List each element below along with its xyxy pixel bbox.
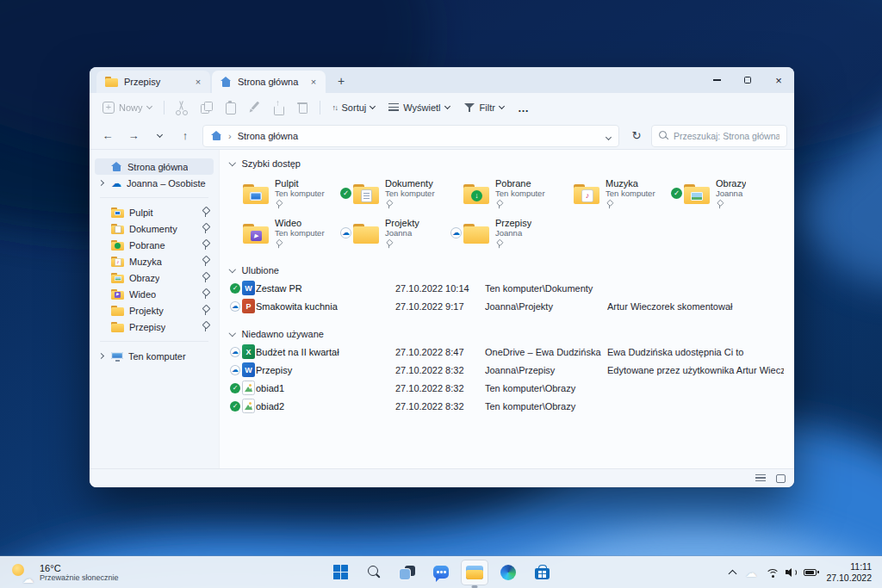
sidebar-item-wideo[interactable]: Wideo [95,286,214,302]
sidebar-item-label: Ten komputer [128,351,186,362]
file-row-budzet[interactable]: ☁ Budżet na II kwartał 27.10.2022 8:47 O… [230,343,784,361]
tile-projekty[interactable]: ☁ Projekty Joanna [340,214,450,253]
chevron-slot [96,351,106,361]
back-button[interactable]: ← [96,125,119,147]
filter-button[interactable]: Filtr [457,96,510,119]
network-volume-battery-button[interactable] [766,567,817,578]
tile-pulpit[interactable]: Pulpit Ten komputer [230,174,340,214]
paste-button[interactable] [219,96,241,119]
clock[interactable]: 11:11 27.10.2022 [826,561,872,583]
breadcrumb[interactable]: Strona główna [238,131,298,141]
up-button[interactable]: ↑ [174,125,196,147]
folder-icon [111,322,124,332]
sidebar-item-muzyka[interactable]: Muzyka [95,253,214,269]
details-view-toggle[interactable] [755,474,766,483]
sidebar-divider [100,341,208,342]
new-button[interactable]: + Nowy [96,96,158,119]
tile-pobrane[interactable]: Pobrane Ten komputer [450,174,561,214]
copy-button[interactable] [195,96,217,119]
file-activity: Edytowane przez użytkownika Artur Wieczo… [607,365,784,375]
search-box[interactable] [651,125,787,147]
thumbnail-view-icon [776,474,786,483]
sidebar-item-dokumenty[interactable]: Dokumenty [95,220,214,237]
folder-documents-icon [353,183,379,205]
chevron-right-icon[interactable] [98,353,104,359]
store-button[interactable] [528,560,556,585]
cloud-status-icon: ☁ [230,301,240,312]
close-button[interactable]: × [763,67,794,93]
tile-name: Przepisy [495,218,531,228]
file-row-smakowita-kuchnia[interactable]: ☁ Smakowita kuchnia 27.10.2022 9:17 Joan… [230,297,784,315]
sidebar-item-label: Projekty [129,306,164,316]
powerpoint-file-icon [242,299,255,313]
address-dropdown-icon[interactable] [606,131,611,141]
taskbar: 16°C Przeważnie słonecznie ☁ 11:11 27 [0,556,882,588]
pin-icon [202,240,209,250]
folder-videos-icon [243,223,269,244]
cut-button[interactable] [171,96,193,119]
sort-button[interactable]: ↑↓ Sortuj [326,96,382,119]
weather-widget[interactable]: 16°C Przeważnie słonecznie [0,556,129,588]
address-bar[interactable]: › Strona główna [202,125,619,147]
sidebar-item-pulpit[interactable]: Pulpit [95,204,214,220]
view-button[interactable]: Wyświetl [382,96,455,119]
more-options-button[interactable]: … [512,96,536,119]
file-explorer-button[interactable] [461,560,488,585]
sidebar-item-projekty[interactable]: Projekty [95,302,214,319]
tile-muzyka[interactable]: Muzyka Ten komputer [561,174,671,214]
folder-downloads-icon [111,240,124,251]
forward-button[interactable]: → [122,125,145,147]
chevron-down-icon [156,131,162,137]
delete-button[interactable] [291,96,314,119]
maximize-button[interactable] [732,67,763,93]
file-date: 27.10.2022 8:32 [395,383,485,393]
share-button[interactable] [267,96,289,119]
file-row-zestaw-pr[interactable]: ✓ Zestaw PR 27.10.2022 10:14 Ten kompute… [230,279,784,297]
search-input[interactable] [674,131,780,141]
section-header-recent[interactable]: Niedawno używane [230,325,784,343]
file-row-przepisy[interactable]: ☁ Przepisy 27.10.2022 8:32 Joanna\Przepi… [230,361,784,379]
edge-button[interactable] [494,560,522,585]
recent-locations-button[interactable] [148,125,171,147]
refresh-button[interactable]: ↻ [625,125,648,147]
tile-name: Pobrane [495,178,545,189]
rename-button[interactable] [243,96,265,119]
large-thumbnails-toggle[interactable] [776,474,786,483]
tab-close-icon[interactable]: × [307,75,320,89]
sidebar-item-onedrive[interactable]: ☁ Joanna – Osobiste [95,175,214,191]
tab-close-icon[interactable]: × [191,75,205,89]
sidebar-item-przepisy[interactable]: Przepisy [95,319,214,335]
task-view-button[interactable] [394,560,421,585]
navigation-pane: Strona główna ☁ Joanna – Osobiste Pulpit [90,150,219,468]
chat-button[interactable] [427,560,455,585]
file-row-obiad2[interactable]: ✓ obiad2 27.10.2022 8:32 Ten komputer\Ob… [230,397,784,415]
sort-button-label: Sortuj [342,102,367,113]
tile-przepisy[interactable]: ☁ Przepisy Joanna [450,214,561,253]
search-button[interactable] [360,560,388,585]
new-tab-button[interactable]: + [331,71,351,91]
folder-desktop-icon [243,183,269,205]
section-header-favorites[interactable]: Ulubione [230,262,784,279]
tab-przepisy[interactable]: Przepisy × [96,71,210,93]
sidebar-item-home[interactable]: Strona główna [95,158,214,175]
section-header-quick-access[interactable]: Szybki dostęp [230,155,784,172]
tab-strona-glowna[interactable]: Strona główna × [212,71,326,93]
task-view-icon [400,566,415,579]
onedrive-tray-button[interactable]: ☁ [745,565,756,580]
computer-icon [111,351,123,362]
sidebar-item-pobrane[interactable]: Pobrane [95,237,214,253]
sidebar-item-this-pc[interactable]: Ten komputer [95,348,214,364]
tile-wideo[interactable]: Wideo Ten komputer [230,214,340,253]
start-button[interactable] [326,560,354,585]
chevron-right-icon[interactable] [98,180,104,186]
file-location: OneDrive – Ewa Dudzińska [485,347,607,357]
tile-dokumenty[interactable]: ✓ Dokumenty Ten komputer [340,174,450,214]
file-row-obiad1[interactable]: ✓ obiad1 27.10.2022 8:32 Ten komputer\Ob… [230,379,784,397]
chevron-slot [96,224,106,233]
chevron-up-icon [729,570,737,579]
minimize-button[interactable] [701,67,732,93]
sidebar-item-obrazy[interactable]: Obrazy [95,269,214,286]
chevron-down-icon [444,103,450,109]
hidden-icons-button[interactable] [730,569,736,575]
tile-obrazy[interactable]: ✓ Obrazy Joanna [671,174,781,214]
